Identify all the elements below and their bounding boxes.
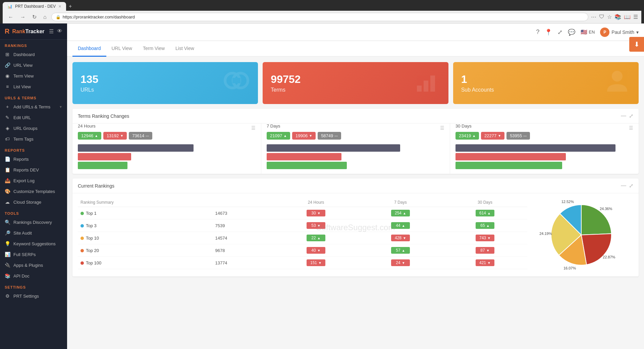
extensions-icon[interactable]: ⋯ (591, 14, 596, 20)
chat-icon[interactable]: 💬 (568, 29, 575, 36)
sidebar-item-add-urls[interactable]: + Add URLs & Terms ▼ (0, 101, 67, 112)
sidebar-item-api-doc[interactable]: 📚 API Doc (0, 270, 67, 281)
rank-30d-cell: 743 ▼ (443, 232, 527, 244)
menu-icon[interactable]: ☰ (633, 14, 638, 20)
download-button[interactable]: ⬇ (629, 37, 644, 52)
panel-actions[interactable]: — ⤢ (621, 113, 633, 119)
address-bar[interactable]: 🔒 (51, 13, 588, 21)
bookmark-icon[interactable]: ☆ (607, 14, 612, 20)
sidebar-item-edit-url[interactable]: ✎ Edit URL (0, 112, 67, 123)
sidebar-item-term-tags[interactable]: 🏷 Term Tags (0, 134, 67, 144)
sidebar-section-tools: TOOLS (0, 207, 67, 217)
location-pin-icon[interactable]: 📍 (545, 29, 552, 36)
minimize-icon-2[interactable]: — (621, 183, 626, 189)
app-container: R RankTracker ☰ 👁 RANKINGS ⊞ Dashboard 🔗… (0, 23, 644, 349)
language-selector[interactable]: 🇺🇸 EN (581, 29, 595, 35)
badge-7d-down: 19906 ▼ (292, 132, 316, 140)
sidebar: R RankTracker ☰ 👁 RANKINGS ⊞ Dashboard 🔗… (0, 23, 67, 349)
url-input[interactable] (63, 14, 584, 19)
sidebar-item-list-view[interactable]: ≡ List View (0, 81, 67, 92)
sidebar-label-reports-dev: Reports DEV (13, 167, 39, 172)
arrow-icon: ▲ (402, 224, 405, 228)
tab-dashboard[interactable]: Dashboard (72, 41, 106, 57)
badge-24h-neutral: 73614 — (129, 132, 152, 140)
sidebar-item-reports[interactable]: 📄 Reports (0, 154, 67, 164)
rank-badge-24h: 40 ▼ (307, 247, 325, 254)
badge-30d-neutral: 53955 — (506, 132, 530, 140)
term-tags-icon: 🏷 (5, 136, 10, 142)
sidebar-item-customize-templates[interactable]: 🎨 Customize Templates (0, 186, 67, 197)
sidebar-item-site-audit[interactable]: 🔎 Site Audit (0, 228, 67, 238)
flag-icon: 🇺🇸 (581, 29, 587, 35)
content-area: SoftwareSuggest.com 135 URLs (67, 57, 644, 349)
col-7d: 7 Days (358, 198, 443, 207)
sidebar-item-cloud-storage[interactable]: ☁ Cloud Storage (0, 197, 67, 207)
tab-term-view[interactable]: Term View (138, 41, 170, 57)
list-view-icon: ≡ (5, 84, 10, 89)
minimize-icon[interactable]: — (621, 113, 626, 119)
sidebar-item-prt-settings[interactable]: ⚙ PRT Settings (0, 291, 67, 301)
url-view-icon: 🔗 (5, 62, 10, 68)
user-dropdown-icon: ▾ (636, 30, 639, 35)
rank-label-cell: Top 100 (78, 257, 212, 269)
browser-tab-active[interactable]: 📊 PRT Dashboard - DEV ✕ (3, 2, 66, 11)
sidebar-item-rankings-discovery[interactable]: 🔍 Rankings Discovery (0, 217, 67, 228)
reports-icon: 📄 (5, 156, 10, 162)
sidebar-item-apps-plugins[interactable]: 🔌 Apps & Plugins (0, 260, 67, 270)
panel-actions-2[interactable]: — ⤢ (621, 183, 633, 189)
expand-icon[interactable]: ⤢ (629, 113, 633, 119)
bar-7d-green (267, 162, 347, 169)
terms-label: Terms (271, 87, 301, 93)
tab-favicon: 📊 (7, 4, 12, 9)
bar-30d-green (455, 162, 562, 169)
new-tab-button[interactable]: + (66, 2, 74, 11)
rank-badge-7d: 24 ▼ (391, 259, 410, 266)
sidebar-item-url-view[interactable]: 🔗 URL View (0, 60, 67, 70)
sidebar-eye-icon[interactable]: 👁 (57, 28, 62, 35)
rank-30d-cell: 65 ▲ (443, 219, 527, 232)
sidebar-item-term-view[interactable]: ◉ Term View (0, 70, 67, 81)
sidebar-label-rankings-discovery: Rankings Discovery (13, 220, 52, 225)
refresh-button[interactable]: ↻ (30, 13, 39, 21)
chevron-down-icon: ▼ (59, 105, 62, 109)
period-24h-menu-icon[interactable]: ☰ (251, 125, 256, 131)
rank-badge-7d: 254 ▲ (391, 210, 410, 216)
period-30d-menu-icon[interactable]: ☰ (629, 125, 633, 131)
tab-close-button[interactable]: ✕ (58, 4, 61, 9)
sidebar-item-url-groups[interactable]: ◈ URL Groups (0, 123, 67, 134)
expand-icon-2[interactable]: ⤢ (629, 183, 633, 189)
sidebar-item-keyword-suggestions[interactable]: 💡 Keyword Suggestions (0, 238, 67, 249)
sidebar-item-dashboard[interactable]: ⊞ Dashboard (0, 49, 67, 60)
tab-list-view[interactable]: List View (170, 41, 200, 57)
sidebar-item-reports-dev[interactable]: 📋 Reports DEV (0, 164, 67, 175)
sidebar-item-export-log[interactable]: 📤 Export Log (0, 175, 67, 186)
user-menu[interactable]: P Paul Smith ▾ (600, 28, 639, 37)
shield-icon[interactable]: 🛡 (599, 14, 604, 20)
rank-badge-30d: 743 ▼ (476, 235, 494, 241)
rank-badge-24h: 30 ▼ (307, 210, 325, 216)
arrow-icon: ▼ (318, 261, 322, 265)
up-arrow-icon: ▲ (95, 134, 98, 138)
period-7d-menu-icon[interactable]: ☰ (440, 125, 444, 131)
home-button[interactable]: ⌂ (41, 13, 49, 21)
bookmark-list-icon[interactable]: 📚 (614, 14, 621, 20)
col-30d: 30 Days (443, 198, 527, 207)
arrow-icon: ▲ (487, 211, 491, 215)
help-icon[interactable]: ? (536, 29, 539, 36)
rankings-layout: Ranking Summary 24 Hours 7 Days 30 Days … (78, 198, 633, 272)
reading-list-icon[interactable]: 📖 (624, 14, 631, 20)
bar-7d-red (267, 153, 341, 160)
sidebar-menu-icon[interactable]: ☰ (49, 28, 54, 35)
sidebar-label-api-doc: API Doc (13, 273, 30, 279)
badge-24h-down: 13192 ▼ (103, 132, 127, 140)
back-button[interactable]: ← (6, 13, 15, 21)
forward-button[interactable]: → (18, 13, 28, 21)
sidebar-item-full-serps[interactable]: 📊 Full SERPs (0, 249, 67, 260)
subaccounts-icon (604, 69, 631, 97)
rank-badge-24h: 151 ▼ (307, 259, 325, 266)
tab-bar: 📊 PRT Dashboard - DEV ✕ + (3, 2, 641, 11)
stat-cards: 135 URLs 99752 Terms (72, 62, 639, 104)
tab-url-view[interactable]: URL View (106, 41, 138, 57)
fullscreen-icon[interactable]: ⤢ (557, 29, 562, 36)
pie-label-3: 24.19% (539, 232, 552, 236)
